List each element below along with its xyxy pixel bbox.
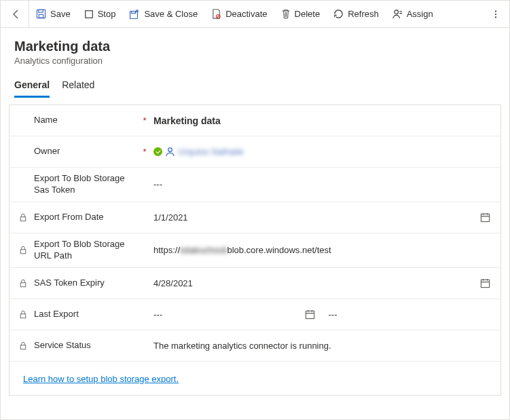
url-path-label: Export To Blob Storage URL Path: [34, 239, 136, 262]
name-value[interactable]: Marketing data: [153, 115, 472, 126]
field-last-export: Last Export --- ---: [10, 299, 500, 330]
sas-expiry-value[interactable]: 4/28/2021: [153, 278, 472, 288]
svg-rect-13: [481, 214, 489, 221]
svg-point-11: [168, 148, 172, 152]
field-name: Name * Marketing data: [10, 105, 500, 136]
save-button[interactable]: Save: [29, 1, 77, 28]
lock-icon: [19, 341, 27, 350]
lock-icon: [19, 279, 27, 288]
refresh-label: Refresh: [348, 9, 379, 19]
svg-point-10: [495, 16, 496, 18]
sas-token-label: Export To Blob Storage Sas Token: [34, 173, 136, 196]
lock-icon: [19, 246, 27, 254]
save-close-button[interactable]: Save & Close: [122, 1, 204, 28]
last-export-calendar-button[interactable]: [303, 309, 318, 320]
svg-rect-17: [20, 313, 26, 318]
page-title: Marketing data: [14, 39, 496, 54]
assign-icon: [393, 9, 403, 19]
stop-label: Stop: [98, 9, 116, 19]
svg-rect-5: [132, 11, 136, 13]
stop-button[interactable]: Stop: [77, 1, 123, 28]
field-url-path: Export To Blob Storage URL Path https://…: [10, 233, 500, 268]
help-link-row: Learn how to setup blob storage export.: [10, 362, 500, 395]
service-status-label: Service Status: [34, 340, 136, 351]
save-close-icon: [129, 9, 140, 20]
deactivate-label: Deactivate: [225, 9, 267, 19]
required-indicator: *: [141, 115, 148, 126]
person-icon: [165, 147, 175, 157]
field-sas-token: Export To Blob Storage Sas Token ---: [10, 168, 500, 202]
save-close-label: Save & Close: [144, 9, 198, 19]
refresh-icon: [333, 9, 344, 19]
name-label: Name: [34, 115, 136, 126]
url-path-value[interactable]: https://totakuchostiblob.core.windows.ne…: [153, 245, 472, 255]
svg-point-7: [395, 10, 399, 14]
assign-button[interactable]: Assign: [386, 1, 440, 28]
save-label: Save: [50, 9, 71, 19]
sas-expiry-label: SAS Token Expiry: [34, 278, 136, 289]
from-date-calendar-button[interactable]: [477, 212, 492, 223]
field-from-date: Export From Date 1/1/2021: [10, 202, 500, 233]
delete-label: Delete: [295, 9, 321, 19]
owner-label: Owner: [34, 146, 136, 157]
lock-icon: [19, 310, 27, 319]
calendar-icon: [480, 278, 490, 288]
back-button[interactable]: [3, 1, 29, 28]
owner-value[interactable]: Urquioo Nathalie: [153, 147, 472, 157]
field-owner: Owner * Urquioo Nathalie: [10, 136, 500, 168]
lock-icon: [19, 213, 27, 222]
delete-icon: [281, 9, 291, 19]
tab-general[interactable]: General: [14, 75, 50, 98]
svg-rect-18: [306, 311, 314, 318]
svg-rect-14: [20, 250, 26, 254]
status-ok-icon: [153, 147, 162, 156]
svg-rect-19: [20, 345, 26, 349]
setup-help-link[interactable]: Learn how to setup blob storage export.: [23, 374, 179, 384]
svg-rect-1: [39, 9, 43, 12]
svg-rect-2: [39, 14, 43, 18]
svg-rect-15: [20, 282, 26, 286]
required-indicator: *: [141, 147, 148, 157]
deactivate-icon: [211, 9, 221, 19]
page-header: Marketing data Analytics configuration: [1, 28, 509, 71]
calendar-icon: [480, 212, 490, 223]
svg-rect-16: [481, 280, 489, 287]
form-panel: Name * Marketing data Owner * Urquioo Na…: [9, 104, 501, 396]
from-date-value[interactable]: 1/1/2021: [153, 212, 472, 223]
field-sas-expiry: SAS Token Expiry 4/28/2021: [10, 268, 500, 299]
tab-related[interactable]: Related: [62, 75, 94, 98]
save-icon: [36, 9, 46, 19]
field-service-status: Service Status The marketing analytics c…: [10, 330, 500, 362]
sas-token-value[interactable]: ---: [153, 179, 472, 189]
svg-point-8: [495, 10, 496, 12]
svg-point-9: [495, 13, 496, 14]
owner-name: Urquioo Nathalie: [178, 147, 244, 157]
delete-button[interactable]: Delete: [274, 1, 327, 28]
tab-list: General Related: [1, 71, 509, 98]
svg-rect-12: [20, 217, 26, 221]
service-status-value: The marketing analytics connector is run…: [153, 341, 472, 351]
deactivate-button[interactable]: Deactivate: [204, 1, 274, 28]
stop-icon: [84, 9, 94, 19]
command-bar: Save Stop Save & Close Deactivate Delete…: [1, 1, 509, 28]
calendar-icon: [305, 309, 315, 320]
assign-label: Assign: [407, 9, 433, 19]
refresh-button[interactable]: Refresh: [327, 1, 386, 28]
from-date-label: Export From Date: [34, 212, 136, 223]
page-subtitle: Analytics configuration: [14, 56, 496, 66]
more-vertical-icon: [491, 9, 500, 19]
overflow-menu-button[interactable]: [485, 1, 507, 28]
arrow-left-icon: [11, 9, 22, 20]
sas-expiry-calendar-button[interactable]: [477, 278, 492, 288]
last-export-value[interactable]: --- ---: [153, 309, 472, 320]
svg-rect-3: [85, 10, 92, 18]
last-export-label: Last Export: [34, 309, 136, 320]
